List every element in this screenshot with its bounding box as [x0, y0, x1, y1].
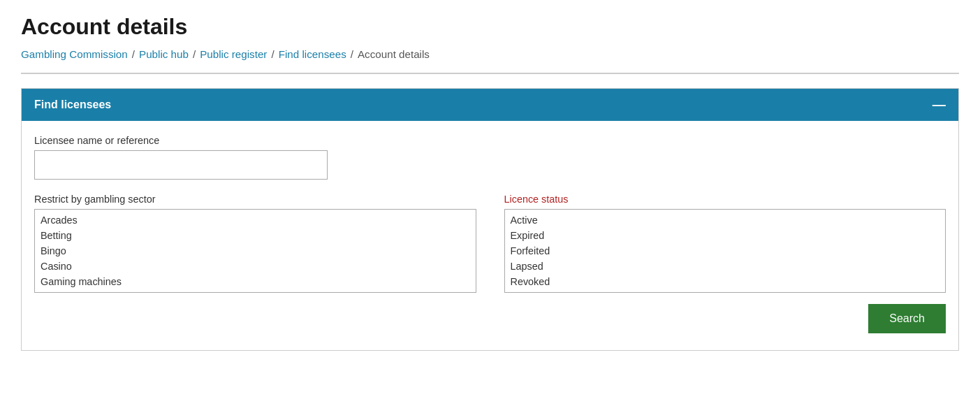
breadcrumb-public-register[interactable]: Public register — [200, 48, 267, 60]
sector-listbox-container: ArcadesBettingBingoCasinoGaming machines… — [34, 209, 476, 293]
panel-header: Find licensees — — [22, 89, 958, 121]
page-title: Account details — [21, 14, 959, 40]
collapse-icon[interactable]: — — [933, 97, 946, 113]
panel-title: Find licensees — [34, 99, 111, 111]
find-licensees-panel: Find licensees — Licensee name or refere… — [21, 88, 959, 351]
sector-section: Restrict by gambling sector ArcadesBetti… — [34, 194, 476, 293]
breadcrumb-public-hub[interactable]: Public hub — [139, 48, 189, 60]
search-btn-row: Search — [34, 304, 946, 333]
licensee-name-label: Licensee name or reference — [34, 135, 946, 146]
search-button[interactable]: Search — [868, 304, 946, 333]
panel-body: Licensee name or reference Restrict by g… — [22, 121, 958, 350]
page-divider — [21, 73, 959, 74]
sector-label: Restrict by gambling sector — [34, 194, 476, 205]
status-listbox-container: ActiveExpiredForfeitedLapsedRevokedSurre… — [504, 209, 946, 293]
breadcrumb: Gambling Commission / Public hub / Publi… — [21, 48, 959, 60]
status-listbox[interactable]: ActiveExpiredForfeitedLapsedRevokedSurre… — [505, 210, 946, 292]
breadcrumb-separator-3: / — [271, 48, 274, 60]
sector-listbox[interactable]: ArcadesBettingBingoCasinoGaming machines… — [35, 210, 476, 292]
two-col-section: Restrict by gambling sector ArcadesBetti… — [34, 194, 946, 293]
breadcrumb-gambling-commission[interactable]: Gambling Commission — [21, 48, 128, 60]
breadcrumb-separator-4: / — [351, 48, 353, 60]
breadcrumb-find-licensees[interactable]: Find licensees — [279, 48, 346, 60]
breadcrumb-separator-1: / — [132, 48, 135, 60]
breadcrumb-current: Account details — [358, 48, 430, 60]
breadcrumb-separator-2: / — [193, 48, 196, 60]
status-label: Licence status — [504, 194, 946, 205]
licensee-name-input[interactable] — [34, 150, 328, 180]
status-section: Licence status ActiveExpiredForfeitedLap… — [504, 194, 946, 293]
